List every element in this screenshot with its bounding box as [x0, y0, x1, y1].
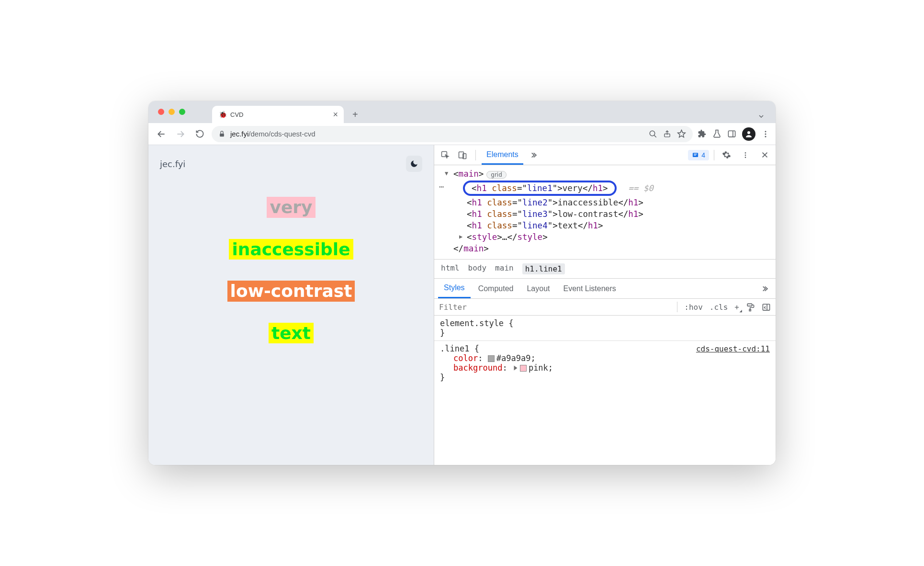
styles-rules[interactable]: element.style { } .line1 { cds-quest-cvd…	[434, 315, 776, 388]
crumb-body[interactable]: body	[468, 263, 487, 274]
extensions-icon[interactable]	[698, 129, 707, 138]
new-style-rule-icon[interactable]: +◢	[734, 303, 739, 312]
line1-rule-header[interactable]: .line1 { cds-quest-cvd:11	[440, 344, 770, 353]
devtools-tab-elements[interactable]: Elements	[482, 146, 523, 165]
minimize-window-button[interactable]	[169, 109, 175, 115]
crumb-html[interactable]: html	[441, 263, 460, 274]
svg-rect-2	[220, 134, 224, 136]
dom-tree[interactable]: ▼<main>grid ⋯ <h1 class="line1">very</h1…	[434, 165, 776, 259]
tab-strip: 🐞 CVD × +	[148, 101, 776, 123]
dom-gutter-menu-icon[interactable]: ⋯	[439, 181, 445, 192]
profile-avatar[interactable]	[742, 127, 755, 141]
cls-toggle[interactable]: .cls	[710, 303, 728, 312]
crumb-main[interactable]: main	[495, 263, 514, 274]
more-subtabs-chevron-icon[interactable]	[757, 282, 772, 296]
side-panel-icon[interactable]	[727, 129, 736, 138]
color-swatch-icon[interactable]	[488, 355, 495, 362]
styles-subpanels: Styles Computed Layout Event Listeners	[434, 278, 776, 298]
color-swatch-icon[interactable]	[520, 365, 527, 372]
demo-line4: text	[269, 323, 314, 344]
dom-node-main-close[interactable]: </main>	[440, 243, 776, 254]
demo-line3: low-contrast	[227, 281, 355, 302]
labs-icon[interactable]	[712, 129, 721, 138]
css-decl-color[interactable]: color: #a9a9a9;	[440, 353, 770, 363]
svg-point-10	[747, 131, 750, 134]
omnibox-actions	[649, 129, 686, 138]
dark-mode-toggle[interactable]	[406, 156, 422, 172]
close-tab-icon[interactable]: ×	[333, 110, 338, 119]
browser-toolbar: jec.fyi/demo/cds-quest-cvd	[148, 123, 776, 145]
svg-rect-24	[749, 309, 751, 311]
address-bar[interactable]: jec.fyi/demo/cds-quest-cvd	[212, 126, 693, 142]
more-tabs-chevron-icon[interactable]	[526, 148, 541, 162]
inspect-element-icon[interactable]	[438, 148, 452, 162]
kebab-menu-icon[interactable]	[761, 130, 770, 138]
issues-badge[interactable]: 4	[688, 150, 709, 160]
close-window-button[interactable]	[158, 109, 164, 115]
svg-marker-6	[678, 130, 686, 137]
demo-line2: inaccessible	[229, 239, 353, 260]
subtab-event-listeners[interactable]: Event Listeners	[558, 280, 622, 298]
svg-point-20	[745, 157, 746, 158]
selected-node-highlight: <h1 class="line1">very</h1>	[463, 181, 617, 196]
rule-source-link[interactable]: cds-quest-cvd:11	[696, 344, 770, 353]
subtab-layout[interactable]: Layout	[521, 280, 555, 298]
crumb-h1-line1[interactable]: h1.line1	[522, 263, 565, 274]
subtab-styles[interactable]: Styles	[438, 279, 471, 298]
svg-rect-8	[728, 131, 735, 137]
forward-button[interactable]	[173, 127, 188, 141]
bookmark-star-icon[interactable]	[677, 129, 686, 138]
expand-shorthand-icon[interactable]	[514, 366, 517, 371]
devtools-toolbar: Elements 4	[434, 145, 776, 165]
svg-point-18	[745, 152, 746, 154]
dom-node-h1-line2[interactable]: <h1 class="line2">inaccessible</h1>	[440, 197, 776, 208]
page-brand[interactable]: jec.fyi	[160, 159, 185, 169]
settings-gear-icon[interactable]	[719, 148, 733, 162]
dom-breadcrumbs: html body main h1.line1	[434, 259, 776, 278]
styles-filter-bar: :hov .cls +◢	[434, 298, 776, 315]
dom-node-h1-line1[interactable]: ⋯ <h1 class="line1">very</h1> == $0	[440, 180, 776, 197]
lock-icon	[218, 130, 225, 137]
computed-sidebar-icon[interactable]	[762, 303, 771, 312]
svg-point-11	[765, 131, 766, 132]
devtools-kebab-icon[interactable]	[738, 148, 753, 162]
content-split: jec.fyi very inaccessible low-contrast t…	[148, 145, 776, 465]
browser-tab[interactable]: 🐞 CVD ×	[212, 106, 344, 123]
device-toolbar-icon[interactable]	[455, 148, 470, 162]
styles-filter-input[interactable]	[439, 303, 670, 312]
grid-badge[interactable]: grid	[486, 171, 507, 179]
dom-node-style[interactable]: ▶<style>…</style>	[440, 231, 776, 243]
dom-node-h1-line4[interactable]: <h1 class="line4">text</h1>	[440, 220, 776, 231]
close-devtools-icon[interactable]	[757, 148, 772, 162]
window-controls	[158, 109, 185, 115]
zoom-icon[interactable]	[649, 130, 657, 138]
tab-title: CVD	[230, 111, 243, 118]
issues-count: 4	[701, 151, 705, 159]
reload-button[interactable]	[192, 127, 207, 141]
maximize-window-button[interactable]	[179, 109, 185, 115]
dom-node-h1-line3[interactable]: <h1 class="line3">low-contrast</h1>	[440, 208, 776, 220]
tab-overflow-chevron-icon[interactable]	[755, 110, 768, 123]
new-tab-button[interactable]: +	[348, 106, 363, 123]
dom-node-main-open[interactable]: ▼<main>grid	[440, 168, 776, 180]
back-button[interactable]	[154, 127, 169, 141]
hov-toggle[interactable]: :hov	[684, 303, 703, 312]
svg-rect-25	[763, 304, 769, 310]
svg-point-19	[745, 154, 746, 156]
paint-icon[interactable]	[746, 303, 755, 312]
toolbar-actions	[698, 127, 770, 141]
demo-line1: very	[267, 197, 315, 218]
svg-point-3	[650, 131, 655, 136]
share-icon[interactable]	[663, 130, 671, 138]
svg-rect-23	[747, 304, 752, 306]
rendered-page: jec.fyi very inaccessible low-contrast t…	[148, 145, 434, 465]
console-ref-hint: == $0	[628, 183, 654, 193]
tab-favicon: 🐞	[219, 111, 226, 118]
devtools-panel: Elements 4 ▼<main>grid ⋯	[434, 145, 776, 465]
css-decl-background[interactable]: background: pink;	[440, 363, 770, 373]
svg-line-4	[654, 135, 656, 137]
browser-window: 🐞 CVD × + jec.fyi/demo/cds-quest-cvd	[148, 101, 776, 465]
element-style-rule[interactable]: element.style { }	[440, 318, 770, 338]
rule-close-brace: }	[440, 373, 770, 382]
subtab-computed[interactable]: Computed	[473, 280, 519, 298]
